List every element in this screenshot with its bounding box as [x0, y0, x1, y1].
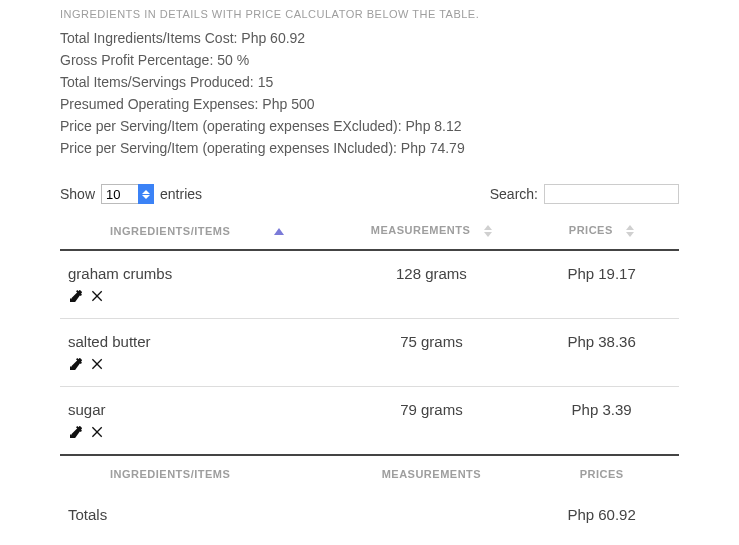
- show-label: Show: [60, 186, 95, 202]
- sort-both-icon: [484, 225, 492, 237]
- col-footer-prices: Prices: [524, 455, 679, 492]
- table-body: graham crumbs128 gramsPhp 19.17salted bu…: [60, 250, 679, 455]
- col-header-ingredients-label: Ingredients/Items: [110, 225, 230, 237]
- sort-both-icon: [626, 225, 634, 237]
- edit-icon[interactable]: [68, 424, 84, 440]
- length-select[interactable]: 10: [101, 184, 139, 204]
- col-header-measurements-label: Measurements: [371, 224, 471, 236]
- summary-total-cost: Total Ingredients/Items Cost: Php 60.92: [60, 30, 679, 46]
- col-header-measurements[interactable]: Measurements: [339, 212, 525, 250]
- edit-icon[interactable]: [68, 356, 84, 372]
- search-input[interactable]: [544, 184, 679, 204]
- delete-icon[interactable]: [90, 424, 106, 440]
- entries-label: entries: [160, 186, 202, 202]
- delete-icon[interactable]: [90, 288, 106, 304]
- summary-price-excluded: Price per Serving/Item (operating expens…: [60, 118, 679, 134]
- col-footer-ingredients: Ingredients/Items: [60, 455, 339, 492]
- row-actions: [68, 288, 331, 304]
- cell-measurement: 128 grams: [339, 250, 525, 319]
- cell-ingredient: salted butter: [60, 319, 339, 387]
- section-title: INGREDIENTS IN DETAILS WITH PRICE CALCUL…: [60, 8, 679, 20]
- summary-gross-profit: Gross Profit Percentage: 50 %: [60, 52, 679, 68]
- row-actions: [68, 356, 331, 372]
- col-header-prices[interactable]: Prices: [524, 212, 679, 250]
- cell-price: Php 19.17: [524, 250, 679, 319]
- cell-measurement: 75 grams: [339, 319, 525, 387]
- ingredient-name: sugar: [68, 401, 331, 418]
- col-footer-measurements: Measurements: [339, 455, 525, 492]
- sort-asc-icon: [274, 228, 284, 235]
- ingredients-table: Ingredients/Items Measurements Prices gr…: [60, 212, 679, 537]
- cell-price: Php 38.36: [524, 319, 679, 387]
- cell-ingredient: graham crumbs: [60, 250, 339, 319]
- ingredient-name: graham crumbs: [68, 265, 331, 282]
- summary-opex: Presumed Operating Expenses: Php 500: [60, 96, 679, 112]
- search-label: Search:: [490, 186, 538, 202]
- table-row: graham crumbs128 gramsPhp 19.17: [60, 250, 679, 319]
- cell-measurement: 79 grams: [339, 387, 525, 456]
- summary-servings: Total Items/Servings Produced: 15: [60, 74, 679, 90]
- edit-icon[interactable]: [68, 288, 84, 304]
- length-select-wrap[interactable]: 10: [101, 184, 154, 204]
- row-actions: [68, 424, 331, 440]
- col-header-prices-label: Prices: [569, 224, 613, 236]
- table-row: sugar79 gramsPhp 3.39: [60, 387, 679, 456]
- col-header-ingredients[interactable]: Ingredients/Items: [60, 212, 339, 250]
- cell-price: Php 3.39: [524, 387, 679, 456]
- summary-price-included: Price per Serving/Item (operating expens…: [60, 140, 679, 156]
- cell-ingredient: sugar: [60, 387, 339, 456]
- chevron-updown-icon: [138, 184, 154, 204]
- totals-label: Totals: [60, 492, 339, 537]
- ingredient-name: salted butter: [68, 333, 331, 350]
- delete-icon[interactable]: [90, 356, 106, 372]
- totals-measurement: [339, 492, 525, 537]
- totals-price: Php 60.92: [524, 492, 679, 537]
- table-row: salted butter75 gramsPhp 38.36: [60, 319, 679, 387]
